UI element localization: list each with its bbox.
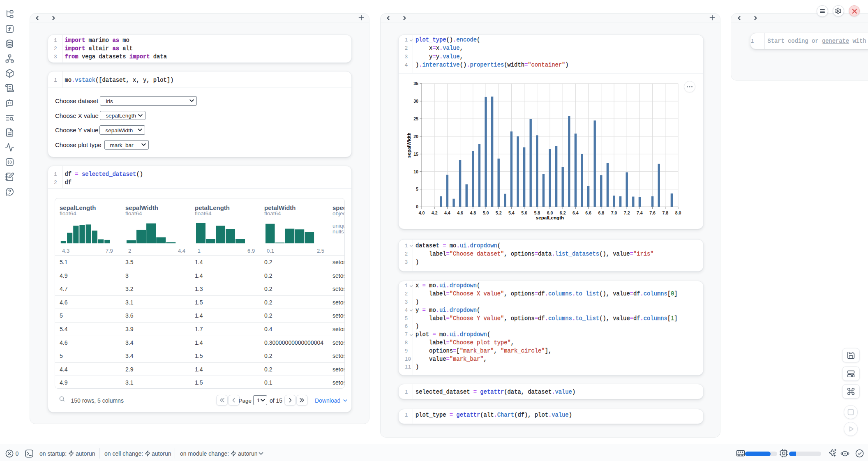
- svg-text:6.4: 6.4: [573, 210, 579, 215]
- svg-text:7.6: 7.6: [649, 210, 656, 215]
- svg-text:4.8: 4.8: [470, 210, 476, 215]
- svg-text:25: 25: [413, 116, 418, 121]
- svg-text:7.4: 7.4: [637, 210, 643, 215]
- svg-text:0: 0: [416, 204, 418, 209]
- svg-text:4.0: 4.0: [419, 210, 425, 215]
- svg-text:6.8: 6.8: [598, 210, 604, 215]
- svg-text:sepalWidth: sepalWidth: [406, 133, 411, 158]
- svg-text:5: 5: [416, 187, 418, 191]
- svg-text:7.2: 7.2: [624, 210, 630, 215]
- svg-text:20: 20: [413, 134, 418, 139]
- svg-text:7.0: 7.0: [611, 210, 617, 215]
- svg-text:7.8: 7.8: [662, 210, 668, 215]
- svg-text:30: 30: [413, 99, 418, 104]
- svg-text:35: 35: [413, 81, 418, 86]
- svg-text:15: 15: [413, 152, 418, 157]
- svg-text:4.2: 4.2: [432, 210, 438, 215]
- svg-text:5.2: 5.2: [496, 210, 502, 215]
- svg-text:5.4: 5.4: [508, 210, 515, 215]
- svg-text:4.4: 4.4: [444, 210, 450, 215]
- svg-text:5.6: 5.6: [521, 210, 527, 215]
- svg-text:10: 10: [413, 169, 418, 174]
- svg-text:6.6: 6.6: [585, 210, 591, 215]
- svg-text:sepalLength: sepalLength: [536, 215, 564, 220]
- svg-text:4.6: 4.6: [457, 210, 463, 215]
- svg-text:5.0: 5.0: [483, 210, 489, 215]
- svg-text:8.0: 8.0: [675, 210, 681, 215]
